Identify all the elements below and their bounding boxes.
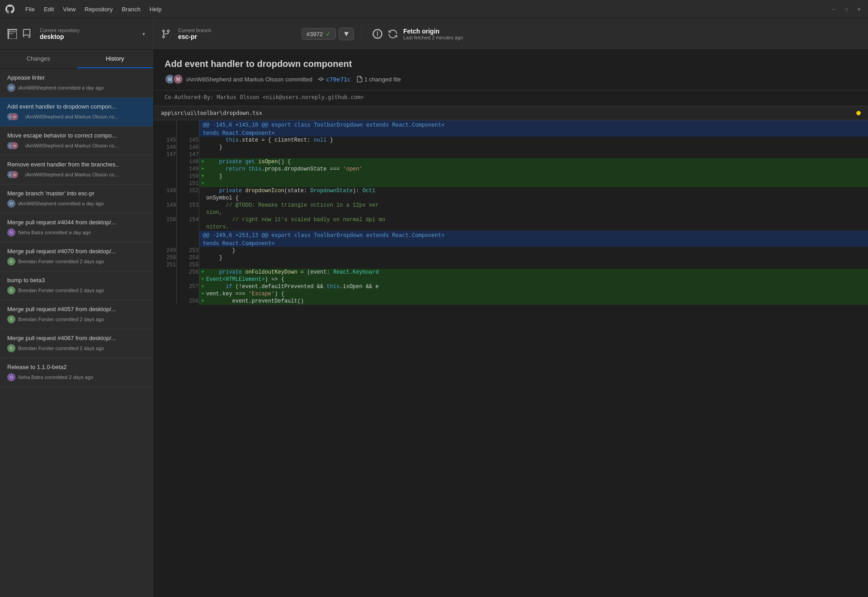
list-item[interactable]: Merge pull request #4057 from desktop/..… (0, 300, 153, 329)
github-logo (5, 5, 14, 14)
file-icon (356, 76, 363, 82)
list-item[interactable]: Merge pull request #4044 from desktop/..… (0, 213, 153, 242)
diff-line-add: 150 + } (154, 173, 868, 180)
commit-meta: B Brendan Forster committed 2 days ago (7, 257, 146, 265)
diff-line: 249 253 } (154, 247, 868, 254)
sidebar-tabs: Changes History (0, 50, 153, 69)
commit-meta: W M iAmWillShepherd and Markus Olsson co… (7, 113, 146, 121)
list-item[interactable]: bump to beta3 B Brendan Forster committe… (0, 271, 153, 300)
window-controls: ─ □ ✕ (830, 5, 863, 13)
avatar: W M (7, 113, 18, 121)
commit-author: Brendan Forster committed 2 days ago (18, 259, 104, 264)
avatar: B (7, 315, 15, 323)
avatar: N (7, 228, 15, 237)
menu-bar: File Edit View Repository Branch Help (25, 6, 819, 13)
diff-line: 145 145 this.state = { clientRect: null … (154, 137, 868, 144)
avatar: W M (7, 171, 18, 179)
diff-line-add: 258 + event.preventDefault() (154, 298, 868, 305)
diff-line-add-wrap: + Event<HTMLElement>) => { (154, 276, 868, 283)
fetch-origin-button[interactable]: Fetch origin Last fetched 2 minutes ago (362, 19, 868, 49)
diff-line-add: 148 + private get isOpen() { (154, 158, 868, 166)
repo-icon2 (22, 29, 32, 39)
diff-line: 149 153 // @TODO: Remake triangle octico… (154, 202, 868, 209)
commit-title: Release to 1.1.0-beta2 (7, 364, 146, 370)
diff-modified-dot (856, 111, 861, 115)
titlebar: File Edit View Repository Branch Help ─ … (0, 0, 868, 18)
pr-badge[interactable]: #3972 ✓ (302, 28, 336, 40)
diff-table: @@ -145,6 +145,10 @@ export class Toolba… (154, 120, 868, 305)
commit-hash-value: c79e71c (326, 76, 351, 83)
commit-title: Merge pull request #4044 from desktop/..… (7, 219, 146, 226)
commit-author: Brendan Forster committed 2 days ago (18, 288, 104, 293)
list-item[interactable]: Move escape behavior to correct compo...… (0, 127, 153, 156)
pr-dropdown-button[interactable]: ▼ (339, 28, 354, 40)
commit-meta: B Brendan Forster committed 2 days ago (7, 344, 146, 352)
avatar: B (7, 286, 15, 294)
diff-line-add: 257 + if (!event.defaultPrevented && thi… (154, 283, 868, 290)
branch-name: esc-pr (178, 33, 291, 40)
commit-meta: W M iAmWillShepherd and Markus Olsson co… (7, 171, 146, 179)
diff-line-add-wrap: + vent.key === 'Escape') { (154, 290, 868, 298)
list-item[interactable]: Remove event handler from the branches..… (0, 156, 153, 185)
avatar: N (7, 373, 15, 381)
diff-area: app\src\ui\toolbar\dropdown.tsx @@ -145,… (154, 106, 868, 597)
tab-changes[interactable]: Changes (0, 50, 77, 68)
toolbar: Current repository desktop ▼ Current bra… (0, 18, 868, 50)
list-item[interactable]: Release to 1.1.0-beta2 N Neha Batra comm… (0, 358, 153, 387)
list-item[interactable]: Merge pull request #4067 from desktop/..… (0, 329, 153, 358)
avatar: W M (7, 142, 18, 150)
commit-title: Move escape behavior to correct compo... (7, 132, 146, 139)
commit-meta: N Neha Batra committed a day ago (7, 228, 146, 237)
diff-hunk-header: @@ -145,6 +145,10 @@ export class Toolba… (154, 120, 868, 129)
menu-repository[interactable]: Repository (85, 6, 113, 13)
commit-header-meta: W M iAmWillShepherd and Markus Olsson co… (165, 74, 857, 85)
commit-title: Appease linter (7, 74, 146, 81)
repo-dropdown-arrow: ▼ (142, 32, 146, 37)
commit-author: iAmWillShepherd committed a day ago (18, 85, 104, 90)
avatar: W (7, 84, 15, 92)
list-item[interactable]: Add event handler to dropdown compon... … (0, 98, 153, 127)
commit-author: iAmWillShepherd and Markus Olsson co... (25, 143, 118, 148)
diff-file-header: app\src\ui\toolbar\dropdown.tsx (154, 106, 868, 120)
current-branch-button[interactable]: Current branch esc-pr #3972 ✓ ▼ (154, 28, 362, 40)
coauthor-line: Co-Authored-By: Markus Olsson <niik@user… (154, 90, 868, 106)
commit-header: Add event handler to dropdown component … (154, 50, 868, 90)
commit-hash: c79e71c (318, 76, 351, 83)
commit-title: Add event handler to dropdown compon... (7, 103, 146, 110)
menu-edit[interactable]: Edit (44, 6, 54, 13)
changed-files-text: 1 changed file (364, 76, 401, 83)
commit-author: iAmWillShepherd and Markus Olsson co... (25, 114, 118, 119)
tab-history[interactable]: History (77, 50, 154, 68)
menu-file[interactable]: File (25, 6, 35, 13)
list-item[interactable]: Merge pull request #4070 from desktop/..… (0, 242, 153, 271)
diff-hunk-header-2: @@ -249,6 +253,13 @@ export class Toolba… (154, 231, 868, 240)
repo-label: Current repository (40, 28, 135, 33)
sidebar: Changes History Appease linter W iAmWill… (0, 50, 154, 597)
close-button[interactable]: ✕ (855, 5, 863, 13)
list-item[interactable]: Appease linter W iAmWillShepherd committ… (0, 69, 153, 98)
commit-title: Merge pull request #4070 from desktop/..… (7, 248, 146, 255)
commit-author: Neha Batra committed 2 days ago (18, 374, 93, 380)
minimize-button[interactable]: ─ (830, 5, 837, 13)
diff-line: 146 146 } (154, 144, 868, 151)
avatar: B (7, 257, 15, 265)
avatar: B (7, 344, 15, 352)
list-item[interactable]: Merge branch 'master' into esc-pr W iAmW… (0, 185, 153, 213)
commit-author: Brendan Forster committed 2 days ago (18, 317, 104, 322)
commit-author: Neha Batra committed a day ago (18, 230, 91, 235)
svg-rect-2 (9, 33, 14, 34)
commit-author: iAmWillShepherd committed a day ago (18, 201, 104, 206)
commit-title: Merge pull request #4067 from desktop/..… (7, 335, 146, 341)
commit-meta: W iAmWillShepherd committed a day ago (7, 84, 146, 92)
diff-hunk-sub: tends React.Component< (154, 129, 868, 137)
commit-title: Merge pull request #4057 from desktop/..… (7, 306, 146, 313)
menu-help[interactable]: Help (150, 6, 162, 13)
diff-line: 148 152 private dropdownIcon(state: Drop… (154, 187, 868, 194)
maximize-button[interactable]: □ (843, 5, 850, 13)
pr-check-icon: ✓ (326, 30, 331, 38)
fetch-subtitle: Last fetched 2 minutes ago (403, 35, 463, 40)
commit-author: Brendan Forster committed 2 days ago (18, 346, 104, 351)
menu-view[interactable]: View (63, 6, 75, 13)
current-repo-button[interactable]: Current repository desktop ▼ (0, 19, 154, 49)
menu-branch[interactable]: Branch (122, 6, 140, 13)
